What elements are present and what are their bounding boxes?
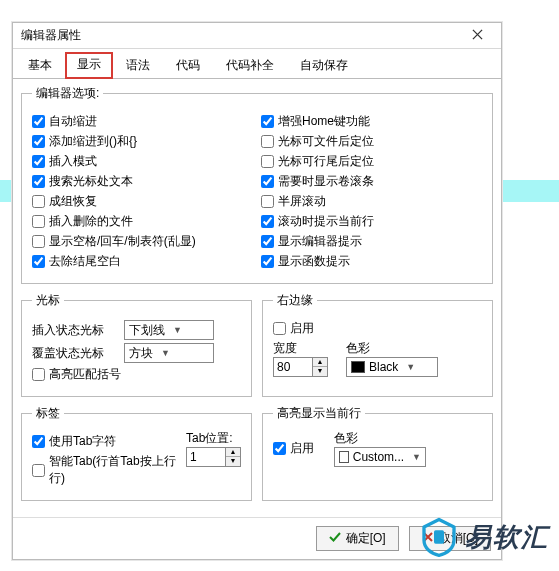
option-input[interactable]	[32, 215, 45, 228]
option-right-1[interactable]: 光标可文件后定位	[261, 133, 482, 150]
option-label: 去除结尾空白	[49, 253, 121, 270]
option-input[interactable]	[261, 175, 274, 188]
hl-brackets-input[interactable]	[32, 368, 45, 381]
insert-cursor-value: 下划线	[129, 322, 165, 339]
spinner-buttons[interactable]: ▲▼	[225, 448, 240, 466]
option-right-6[interactable]: 显示编辑器提示	[261, 233, 482, 250]
option-left-5[interactable]: 插入删除的文件	[32, 213, 253, 230]
over-cursor-label: 覆盖状态光标	[32, 345, 118, 362]
option-left-2[interactable]: 插入模式	[32, 153, 253, 170]
option-left-1[interactable]: 添加缩进到()和{}	[32, 133, 253, 150]
chevron-down-icon: ▼	[406, 362, 415, 372]
tab-group: 标签 使用Tab字符 智能Tab(行首Tab按上行行) Tab位置:	[21, 405, 252, 501]
editor-options-right: 增强Home键功能光标可文件后定位光标可行尾后定位需要时显示卷滚条半屏滚动滚动时…	[261, 110, 482, 273]
option-input[interactable]	[261, 135, 274, 148]
rightedge-group: 右边缘 启用 宽度 ▲▼ 色彩	[262, 292, 493, 397]
option-left-0[interactable]: 自动缩进	[32, 113, 253, 130]
option-input[interactable]	[261, 115, 274, 128]
option-input[interactable]	[32, 155, 45, 168]
option-label: 显示空格/回车/制表符(乱显)	[49, 233, 196, 250]
editor-options-group: 编辑器选项: 自动缩进添加缩进到()和{}插入模式搜索光标处文本成组恢复插入删除…	[21, 85, 493, 284]
option-input[interactable]	[32, 235, 45, 248]
option-input[interactable]	[261, 255, 274, 268]
option-input[interactable]	[32, 195, 45, 208]
option-left-4[interactable]: 成组恢复	[32, 193, 253, 210]
rightedge-enable-input[interactable]	[273, 322, 286, 335]
over-cursor-combo[interactable]: 方块 ▼	[124, 343, 214, 363]
tab-4[interactable]: 代码补全	[213, 52, 287, 79]
option-input[interactable]	[261, 155, 274, 168]
option-label: 滚动时提示当前行	[278, 213, 374, 230]
chevron-down-icon: ▼	[161, 348, 170, 358]
tabpos-input[interactable]	[187, 448, 225, 466]
hl-brackets-check[interactable]: 高亮匹配括号	[32, 366, 241, 383]
option-left-7[interactable]: 去除结尾空白	[32, 253, 253, 270]
rightedge-enable-check[interactable]: 启用	[273, 320, 482, 337]
option-label: 增强Home键功能	[278, 113, 370, 130]
rightedge-color-combo[interactable]: Black ▼	[346, 357, 438, 377]
usetab-input[interactable]	[32, 435, 45, 448]
smarttab-check[interactable]: 智能Tab(行首Tab按上行行)	[32, 453, 180, 487]
ok-label: 确定[O]	[346, 530, 386, 547]
check-icon	[329, 531, 341, 546]
rightedge-color-label: 色彩	[346, 340, 438, 357]
tab-3[interactable]: 代码	[163, 52, 213, 79]
rightedge-enable-label: 启用	[290, 320, 314, 337]
usetab-check[interactable]: 使用Tab字符	[32, 433, 180, 450]
tabpos-label: Tab位置:	[186, 430, 241, 447]
svg-rect-0	[434, 530, 444, 543]
tabpos-spinner[interactable]: ▲▼	[186, 447, 241, 467]
watermark-icon	[419, 517, 459, 557]
spinner-buttons[interactable]: ▲▼	[312, 358, 327, 376]
close-button[interactable]	[459, 24, 495, 48]
option-input[interactable]	[32, 255, 45, 268]
hlrow-enable-input[interactable]	[273, 442, 286, 455]
editor-options-left: 自动缩进添加缩进到()和{}插入模式搜索光标处文本成组恢复插入删除的文件显示空格…	[32, 110, 253, 273]
option-right-4[interactable]: 半屏滚动	[261, 193, 482, 210]
option-right-0[interactable]: 增强Home键功能	[261, 113, 482, 130]
option-label: 搜索光标处文本	[49, 173, 133, 190]
rightedge-width-input[interactable]	[274, 358, 312, 376]
option-left-3[interactable]: 搜索光标处文本	[32, 173, 253, 190]
option-input[interactable]	[261, 215, 274, 228]
insert-cursor-combo[interactable]: 下划线 ▼	[124, 320, 214, 340]
option-input[interactable]	[32, 135, 45, 148]
tab-bar: 基本显示语法代码代码补全自动保存	[13, 51, 501, 79]
hlrow-legend: 高亮显示当前行	[273, 405, 365, 422]
hlrow-enable-check[interactable]: 启用	[273, 433, 314, 464]
option-label: 自动缩进	[49, 113, 97, 130]
option-label: 成组恢复	[49, 193, 97, 210]
tab-0[interactable]: 基本	[15, 52, 65, 79]
option-label: 半屏滚动	[278, 193, 326, 210]
option-right-2[interactable]: 光标可行尾后定位	[261, 153, 482, 170]
close-icon	[472, 29, 483, 43]
option-input[interactable]	[32, 175, 45, 188]
option-label: 光标可文件后定位	[278, 133, 374, 150]
rightedge-width-spinner[interactable]: ▲▼	[273, 357, 328, 377]
option-right-7[interactable]: 显示函数提示	[261, 253, 482, 270]
hlrow-color-combo[interactable]: Custom... ▼	[334, 447, 426, 467]
insert-cursor-label: 插入状态光标	[32, 322, 118, 339]
tab-1[interactable]: 显示	[65, 52, 113, 79]
option-label: 光标可行尾后定位	[278, 153, 374, 170]
rightedge-width-label: 宽度	[273, 340, 328, 357]
option-label: 显示编辑器提示	[278, 233, 362, 250]
usetab-label: 使用Tab字符	[49, 433, 116, 450]
tab-2[interactable]: 语法	[113, 52, 163, 79]
option-right-5[interactable]: 滚动时提示当前行	[261, 213, 482, 230]
option-input[interactable]	[261, 235, 274, 248]
option-left-6[interactable]: 显示空格/回车/制表符(乱显)	[32, 233, 253, 250]
rightedge-color-value: Black	[369, 360, 398, 374]
option-input[interactable]	[261, 195, 274, 208]
watermark: 易软汇	[419, 517, 549, 557]
ok-button[interactable]: 确定[O]	[316, 526, 399, 551]
smarttab-input[interactable]	[32, 464, 45, 477]
rightedge-legend: 右边缘	[273, 292, 317, 309]
chevron-down-icon: ▼	[173, 325, 182, 335]
option-right-3[interactable]: 需要时显示卷滚条	[261, 173, 482, 190]
option-label: 添加缩进到()和{}	[49, 133, 137, 150]
tab-5[interactable]: 自动保存	[287, 52, 361, 79]
hlrow-color-label: 色彩	[334, 430, 426, 447]
cursor-group: 光标 插入状态光标 下划线 ▼ 覆盖状态光标 方块 ▼	[21, 292, 252, 397]
option-input[interactable]	[32, 115, 45, 128]
